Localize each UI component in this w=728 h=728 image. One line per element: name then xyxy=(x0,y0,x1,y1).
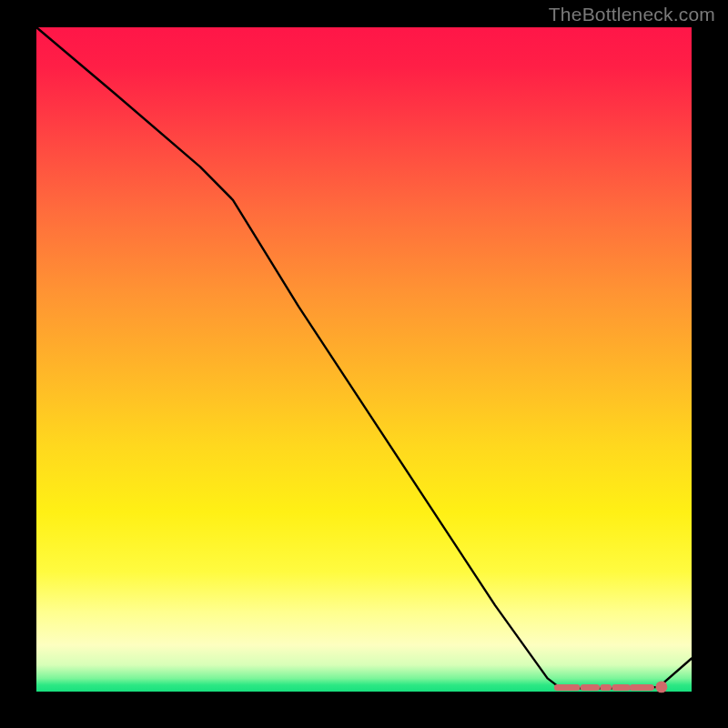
plot-area xyxy=(36,27,692,692)
chart-svg xyxy=(36,27,692,692)
chart-line xyxy=(36,27,692,688)
attribution-label: TheBottleneck.com xyxy=(549,4,715,25)
chart-frame: TheBottleneck.com xyxy=(0,0,728,728)
end-dot-marker xyxy=(655,681,667,693)
